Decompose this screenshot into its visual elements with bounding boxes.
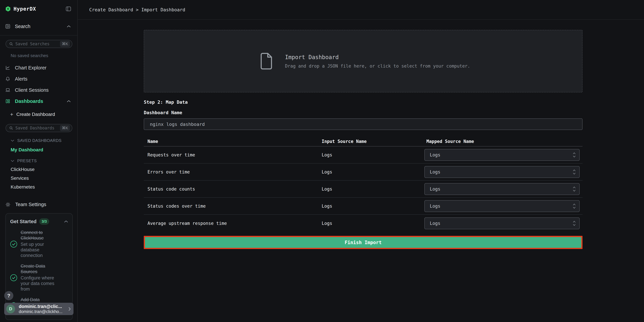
sidebar-item-client-sessions[interactable]: Client Sessions [0, 84, 77, 96]
mapped-source-select[interactable]: Logs [424, 218, 580, 229]
saved-dashboards-searchbox[interactable]: ⌘K [6, 124, 72, 132]
sidebar-item-kubernetes[interactable]: Kubernetes [11, 184, 77, 190]
saved-dashboards-input[interactable] [15, 126, 58, 130]
search-section-icon [6, 24, 10, 29]
task-desc: Set up your database connection [20, 242, 62, 258]
select-chevrons-icon [572, 186, 576, 192]
saved-searches-input[interactable] [15, 42, 58, 46]
select-value: Logs [430, 170, 440, 174]
task-title: Create Data Sources [20, 264, 62, 274]
mapped-source-select[interactable]: Logs [424, 166, 580, 178]
help-button[interactable]: ? [4, 291, 13, 300]
search-icon [9, 42, 13, 46]
bell-icon [6, 76, 10, 81]
table-row: Errors over time Logs Logs [144, 164, 582, 180]
select-chevrons-icon [572, 169, 576, 175]
sidebar-header: HyperDX [0, 0, 77, 18]
presets-group-label: PRESETS [17, 158, 37, 163]
topbar: Create Dashboard > Import Dashboard [78, 0, 644, 20]
sidebar-item-my-dashboard[interactable]: My Dashboard [11, 147, 77, 152]
get-started-title: Get Started [10, 219, 36, 224]
get-started-header[interactable]: Get Started 3/3 [10, 218, 68, 225]
plus-icon: + [10, 112, 13, 117]
saved-dashboards-group[interactable]: SAVED DASHBOARDS [11, 138, 77, 143]
dashboard-name-label: Dashboard Name [144, 110, 582, 115]
dropzone-inner: Import Dashboard Drag and drop a JSON fi… [261, 53, 470, 70]
sidebar-item-alerts[interactable]: Alerts [0, 73, 77, 84]
app-title: HyperDX [14, 6, 36, 12]
cell-name: Errors over time [148, 170, 322, 174]
dropzone-subtitle: Drag and drop a JSON file here, or click… [285, 64, 470, 68]
cell-name: Average upstream response time [148, 221, 322, 226]
mapped-source-select[interactable]: Logs [424, 149, 580, 161]
column-header-name: Name [148, 139, 322, 144]
app-root: HyperDX Search [0, 0, 644, 322]
finish-import-button[interactable]: Finish Import [145, 237, 581, 248]
cell-input-source: Logs [322, 204, 426, 209]
select-chevrons-icon [572, 203, 576, 209]
table-row: Average upstream response time Logs Logs [144, 215, 582, 232]
sidebar-item-services[interactable]: Services [11, 176, 77, 181]
import-content: Import Dashboard Drag and drop a JSON fi… [144, 20, 582, 249]
chevron-right-icon [68, 307, 71, 311]
mapped-source-select[interactable]: Logs [424, 200, 580, 212]
select-value: Logs [430, 152, 440, 158]
sidebar-item-dashboards[interactable]: Dashboards [0, 96, 77, 107]
step-label: Step 2: Map Data [144, 100, 582, 104]
sidebar-item-label: Client Sessions [15, 87, 49, 93]
file-icon [261, 53, 272, 70]
json-dropzone[interactable]: Import Dashboard Drag and drop a JSON fi… [144, 30, 582, 92]
breadcrumb-create-dashboard[interactable]: Create Dashboard [89, 7, 133, 12]
sidebar-item-chart-explorer[interactable]: Chart Explorer [0, 62, 77, 73]
dashboard-name-input[interactable] [144, 118, 582, 130]
avatar: D [6, 304, 15, 314]
cell-input-source: Logs [322, 170, 426, 174]
shortcut-badge: ⌘K [60, 125, 70, 131]
task-connect-clickhouse[interactable]: Connect to ClickHouse Set up your databa… [10, 230, 68, 258]
collapse-sidebar-icon[interactable] [66, 6, 71, 11]
sidebar-item-clickhouse[interactable]: ClickHouse [11, 167, 77, 172]
user-email: dominic.tran@clickho... [19, 309, 62, 314]
chevron-down-icon [11, 160, 14, 162]
sidebar-section-search[interactable]: Search [0, 18, 77, 36]
dropzone-title: Import Dashboard [285, 54, 470, 60]
create-dashboard-button[interactable]: + Create Dashboard [0, 109, 77, 120]
presets-group[interactable]: PRESETS [11, 158, 77, 163]
dashboards-icon [6, 99, 10, 104]
sidebar-item-team-settings[interactable]: Team Settings [0, 202, 77, 207]
mapped-source-select[interactable]: Logs [424, 183, 580, 195]
progress-badge: 3/3 [39, 218, 49, 225]
team-settings-label: Team Settings [15, 202, 46, 207]
gear-icon [6, 202, 10, 207]
cell-input-source: Logs [322, 186, 426, 192]
search-section-label: Search [15, 24, 30, 29]
cell-name: Requests over time [148, 152, 322, 158]
search-icon [9, 126, 13, 130]
user-menu[interactable]: D dominic.tran@clic... dominic.tran@clic… [4, 303, 74, 315]
chevron-up-icon [67, 25, 70, 27]
sidebar-item-label: Chart Explorer [15, 65, 46, 70]
select-chevrons-icon [572, 152, 576, 158]
shortcut-badge: ⌘K [60, 41, 70, 47]
task-text: Connect to ClickHouse Set up your databa… [20, 230, 62, 258]
saved-dashboards-group-label: SAVED DASHBOARDS [17, 138, 62, 143]
sidebar-item-label: Alerts [15, 76, 27, 82]
sidebar-item-label: Dashboards [15, 98, 43, 104]
select-chevrons-icon [572, 220, 576, 226]
chart-icon [6, 66, 10, 70]
no-saved-searches-text: No saved searches [11, 53, 77, 58]
breadcrumb-import-dashboard[interactable]: Import Dashboard [141, 7, 185, 12]
check-circle-icon [10, 274, 17, 281]
saved-searches-searchbox[interactable]: ⌘K [6, 40, 72, 48]
cell-input-source: Logs [322, 221, 426, 226]
cell-input-source: Logs [322, 152, 426, 158]
task-create-data-sources[interactable]: Create Data Sources Configure where your… [10, 264, 68, 292]
select-value: Logs [430, 204, 440, 209]
chevron-up-icon[interactable] [64, 220, 68, 222]
table-row: Status codes over time Logs Logs [144, 198, 582, 215]
select-value: Logs [430, 221, 440, 226]
column-header-mapped-source: Mapped Source Name [426, 139, 582, 144]
chevron-up-icon [67, 100, 70, 102]
dropzone-text: Import Dashboard Drag and drop a JSON fi… [285, 54, 470, 68]
chevron-down-icon [11, 140, 14, 142]
